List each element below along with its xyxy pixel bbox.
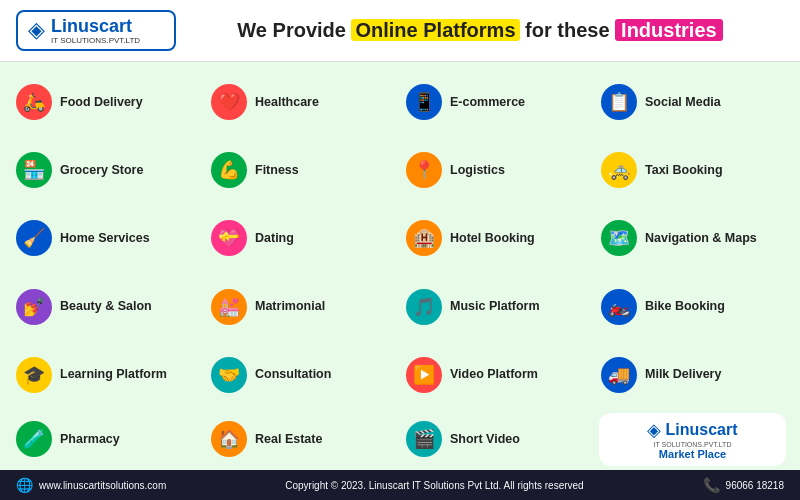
globe-icon: 🌐 — [16, 477, 33, 493]
title-highlight1: Online Platforms — [351, 19, 519, 41]
footer-left: 🌐 www.linuscartitsolutions.com — [16, 477, 166, 493]
learning-label: Learning Platform — [60, 367, 167, 382]
phone-icon: 📞 — [703, 477, 720, 493]
list-item: 📱 E-commerce — [400, 68, 595, 136]
ecommerce-icon: 📱 — [406, 84, 442, 120]
list-item: 🏪 Grocery Store — [10, 136, 205, 204]
hotel-label: Hotel Booking — [450, 231, 535, 246]
video-label: Video Platform — [450, 367, 538, 382]
list-item: 🛵 Food Delivery — [10, 68, 205, 136]
logistics-icon: 📍 — [406, 152, 442, 188]
grocery-icon: 🏪 — [16, 152, 52, 188]
list-item: 💒 Matrimonial — [205, 273, 400, 341]
taxi-label: Taxi Booking — [645, 163, 723, 178]
social-media-icon: 📋 — [601, 84, 637, 120]
company-logo: ◈ Linuscart IT SOLUTIONS.PVT.LTD — [16, 10, 176, 52]
nav-label: Navigation & Maps — [645, 231, 757, 246]
grocery-label: Grocery Store — [60, 163, 143, 178]
header: ◈ Linuscart IT SOLUTIONS.PVT.LTD We Prov… — [0, 0, 800, 62]
logo-icon: ◈ — [28, 17, 45, 43]
list-item: 💪 Fitness — [205, 136, 400, 204]
milk-label: Milk Delivery — [645, 367, 721, 382]
logo-card-icon: ◈ — [647, 419, 661, 441]
list-item: 🎵 Music Platform — [400, 273, 595, 341]
pharmacy-icon: 🧪 — [16, 421, 52, 457]
short-video-label: Short Video — [450, 432, 520, 447]
list-item: 📍 Logistics — [400, 136, 595, 204]
footer: 🌐 www.linuscartitsolutions.com Copyright… — [0, 470, 800, 500]
home-services-icon: 🧹 — [16, 220, 52, 256]
music-icon: 🎵 — [406, 289, 442, 325]
pharmacy-label: Pharmacy — [60, 432, 120, 447]
list-item: 🏍️ Bike Booking — [595, 273, 790, 341]
footer-phone: 96066 18218 — [726, 480, 784, 491]
video-icon: ▶️ — [406, 357, 442, 393]
list-item: 🚕 Taxi Booking — [595, 136, 790, 204]
list-item: 🏠 Real Estate — [205, 409, 400, 470]
fitness-label: Fitness — [255, 163, 299, 178]
footer-right: 📞 96066 18218 — [703, 477, 784, 493]
hotel-icon: 🏨 — [406, 220, 442, 256]
food-delivery-icon: 🛵 — [16, 84, 52, 120]
fitness-icon: 💪 — [211, 152, 247, 188]
healthcare-label: Healthcare — [255, 95, 319, 110]
beauty-label: Beauty & Salon — [60, 299, 152, 314]
list-item: 🚚 Milk Delivery — [595, 341, 790, 409]
list-item: ▶️ Video Platform — [400, 341, 595, 409]
consultation-icon: 🤝 — [211, 357, 247, 393]
list-item: 🎓 Learning Platform — [10, 341, 205, 409]
list-item: ❤️ Healthcare — [205, 68, 400, 136]
logistics-label: Logistics — [450, 163, 505, 178]
healthcare-icon: ❤️ — [211, 84, 247, 120]
title-before: We Provide — [237, 19, 351, 41]
beauty-icon: 💅 — [16, 289, 52, 325]
dating-label: Dating — [255, 231, 294, 246]
real-estate-label: Real Estate — [255, 432, 322, 447]
footer-copyright: Copyright © 2023. Linuscart IT Solutions… — [285, 480, 583, 491]
short-video-icon: 🎬 — [406, 421, 442, 457]
ecommerce-label: E-commerce — [450, 95, 525, 110]
list-item: 🎬 Short Video — [400, 409, 595, 470]
logo-sub: IT SOLUTIONS.PVT.LTD — [51, 37, 140, 46]
header-title: We Provide Online Platforms for these In… — [176, 19, 784, 42]
matrimonial-label: Matrimonial — [255, 299, 325, 314]
logo-card-tagline: Market Place — [659, 448, 726, 460]
taxi-icon: 🚕 — [601, 152, 637, 188]
milk-icon: 🚚 — [601, 357, 637, 393]
food-delivery-label: Food Delivery — [60, 95, 143, 110]
bike-icon: 🏍️ — [601, 289, 637, 325]
logo-name: Linuscart — [51, 16, 132, 36]
list-item: 💝 Dating — [205, 204, 400, 272]
bike-label: Bike Booking — [645, 299, 725, 314]
linuscart-logo-card: ◈ Linuscart IT SOLUTIONS.PVT.LTD Market … — [599, 413, 786, 466]
real-estate-icon: 🏠 — [211, 421, 247, 457]
dating-icon: 💝 — [211, 220, 247, 256]
footer-website: www.linuscartitsolutions.com — [39, 480, 166, 491]
social-media-label: Social Media — [645, 95, 721, 110]
home-services-label: Home Services — [60, 231, 150, 246]
logo-card-top: ◈ Linuscart — [647, 419, 737, 441]
list-item: 🏨 Hotel Booking — [400, 204, 595, 272]
consultation-label: Consultation — [255, 367, 331, 382]
list-item: 🤝 Consultation — [205, 341, 400, 409]
logo-card-sub: IT SOLUTIONS.PVT.LTD — [654, 441, 732, 448]
list-item: 🧪 Pharmacy — [10, 409, 205, 470]
list-item: 🗺️ Navigation & Maps — [595, 204, 790, 272]
title-highlight2: Industries — [615, 19, 723, 41]
industry-grid: 🛵 Food Delivery ❤️ Healthcare 📱 E-commer… — [10, 68, 790, 470]
learning-icon: 🎓 — [16, 357, 52, 393]
title-middle: for these — [520, 19, 616, 41]
list-item: 📋 Social Media — [595, 68, 790, 136]
nav-icon: 🗺️ — [601, 220, 637, 256]
list-item: 💅 Beauty & Salon — [10, 273, 205, 341]
matrimonial-icon: 💒 — [211, 289, 247, 325]
list-item: 🧹 Home Services — [10, 204, 205, 272]
music-label: Music Platform — [450, 299, 540, 314]
main-content: 🛵 Food Delivery ❤️ Healthcare 📱 E-commer… — [0, 62, 800, 470]
logo-card-name: Linuscart — [665, 421, 737, 439]
